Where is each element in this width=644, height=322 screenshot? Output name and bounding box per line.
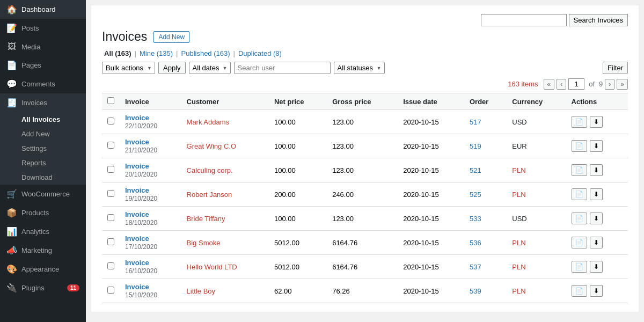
action-view-1[interactable]: 📄 xyxy=(572,140,587,152)
sidebar-item-marketing[interactable]: 📣Marketing xyxy=(0,241,86,260)
customer-link-1[interactable]: Great Wing C.O xyxy=(187,142,236,150)
invoice-link-0[interactable]: Invoice xyxy=(125,114,176,122)
currency-3: PLN xyxy=(507,182,566,207)
invoice-link-5[interactable]: Invoice xyxy=(125,235,176,243)
sidebar-item-dashboard[interactable]: 🏠Dashboard xyxy=(0,0,86,19)
invoice-link-2[interactable]: Invoice xyxy=(125,162,176,170)
sidebar-item-media[interactable]: 🖼Media xyxy=(0,38,86,56)
filter-tab-duplicated[interactable]: Duplicated (8) xyxy=(236,49,284,57)
apply-button[interactable]: Apply xyxy=(158,62,186,74)
row-checkbox-7[interactable] xyxy=(107,287,114,294)
sidebar-item-appearance[interactable]: 🎨Appearance xyxy=(0,260,86,279)
net-price-4: 100.00 xyxy=(269,207,327,231)
col-actions: Actions xyxy=(566,93,628,110)
issue-date-0: 2020-10-15 xyxy=(398,110,464,134)
action-view-7[interactable]: 📄 xyxy=(572,285,587,297)
filter-tab-mine[interactable]: Mine (135) xyxy=(137,49,175,57)
sidebar-item-pages[interactable]: 📄Pages xyxy=(0,56,86,75)
action-download-5[interactable]: ⬇ xyxy=(590,237,603,248)
action-download-4[interactable]: ⬇ xyxy=(590,213,603,224)
sidebar-sub-download[interactable]: Download xyxy=(0,170,86,185)
action-download-2[interactable]: ⬇ xyxy=(590,164,603,176)
action-view-6[interactable]: 📄 xyxy=(572,261,587,273)
table-row: Invoice 17/10/2020 Big Smoke 5012.00 616… xyxy=(102,231,628,255)
row-checkbox-6[interactable] xyxy=(107,262,114,269)
sidebar-sub-reports[interactable]: Reports xyxy=(0,156,86,170)
invoice-link-6[interactable]: Invoice xyxy=(125,259,176,267)
sidebar-item-products[interactable]: 📦Products xyxy=(0,203,86,222)
action-download-1[interactable]: ⬇ xyxy=(590,140,603,152)
invoice-link-1[interactable]: Invoice xyxy=(125,138,176,146)
sidebar-sub-settings[interactable]: Settings xyxy=(0,141,86,156)
filter-tab-published[interactable]: Published (163) xyxy=(179,49,232,57)
action-view-0[interactable]: 📄 xyxy=(572,116,587,128)
sidebar-item-posts[interactable]: 📝Posts xyxy=(0,19,86,38)
table-row: Invoice 21/10/2020 Great Wing C.O 100.00… xyxy=(102,134,628,158)
order-link-2[interactable]: 521 xyxy=(470,166,481,174)
row-checkbox-0[interactable] xyxy=(107,118,114,125)
order-link-4[interactable]: 533 xyxy=(470,215,481,223)
row-checkbox-4[interactable] xyxy=(107,214,114,221)
row-checkbox-1[interactable] xyxy=(107,142,114,149)
net-price-3: 200.00 xyxy=(269,182,327,207)
sidebar-item-woocommerce[interactable]: 🛒WooCommerce xyxy=(0,185,86,203)
row-checkbox-2[interactable] xyxy=(107,166,114,173)
sidebar-item-analytics[interactable]: 📊Analytics xyxy=(0,222,86,241)
dashboard-icon: 🏠 xyxy=(6,4,17,14)
pages-icon: 📄 xyxy=(6,60,17,70)
customer-link-6[interactable]: Hello World LTD xyxy=(187,263,237,271)
search-invoices-button[interactable]: Search Invoices xyxy=(569,14,628,26)
current-page-input[interactable] xyxy=(568,78,584,90)
order-link-3[interactable]: 525 xyxy=(470,191,481,199)
order-link-7[interactable]: 539 xyxy=(470,287,481,295)
search-user-input[interactable] xyxy=(234,62,331,74)
action-view-5[interactable]: 📄 xyxy=(572,237,587,248)
action-view-4[interactable]: 📄 xyxy=(572,213,587,224)
of-pages-label: of xyxy=(587,80,597,88)
invoice-link-4[interactable]: Invoice xyxy=(125,210,176,218)
action-view-2[interactable]: 📄 xyxy=(572,164,587,176)
net-price-2: 100.00 xyxy=(269,158,327,182)
action-download-3[interactable]: ⬇ xyxy=(590,188,603,200)
filter-button[interactable]: Filter xyxy=(603,62,628,74)
sidebar-item-invoices[interactable]: 🧾Invoices xyxy=(0,93,86,112)
customer-link-2[interactable]: Calculing corp. xyxy=(187,166,233,174)
sidebar-sub-add-new[interactable]: Add New xyxy=(0,127,86,141)
search-invoices-input[interactable] xyxy=(481,14,567,26)
row-checkbox-3[interactable] xyxy=(107,190,114,197)
customer-link-5[interactable]: Big Smoke xyxy=(187,239,221,247)
order-link-1[interactable]: 519 xyxy=(470,142,481,150)
all-dates-select[interactable]: All dates xyxy=(189,62,231,74)
invoice-link-7[interactable]: Invoice xyxy=(125,283,176,291)
last-page-button[interactable]: » xyxy=(617,79,628,90)
currency-2: PLN xyxy=(507,158,566,182)
sidebar-item-plugins[interactable]: 🔌Plugins11 xyxy=(0,279,86,297)
order-link-0[interactable]: 517 xyxy=(470,118,481,126)
customer-link-7[interactable]: Little Boy xyxy=(187,287,215,295)
select-all-checkbox[interactable] xyxy=(107,97,114,104)
filter-tab-all[interactable]: All (163) xyxy=(102,49,134,57)
invoice-date-3: 19/10/2020 xyxy=(125,195,157,202)
action-view-3[interactable]: 📄 xyxy=(572,188,587,200)
analytics-icon: 📊 xyxy=(6,226,17,237)
action-download-6[interactable]: ⬇ xyxy=(590,261,603,273)
sidebar-item-comments[interactable]: 💬Comments xyxy=(0,75,86,93)
filter-tabs: All (163) | Mine (135) | Published (163)… xyxy=(102,49,628,57)
action-download-0[interactable]: ⬇ xyxy=(590,116,603,128)
customer-link-3[interactable]: Robert Janson xyxy=(187,191,232,199)
first-page-button[interactable]: « xyxy=(544,79,555,90)
all-statuses-select[interactable]: All statuses xyxy=(334,62,385,74)
row-checkbox-5[interactable] xyxy=(107,238,114,245)
action-download-7[interactable]: ⬇ xyxy=(590,285,603,297)
prev-page-button[interactable]: ‹ xyxy=(557,79,566,90)
customer-link-4[interactable]: Bride Tiffany xyxy=(187,215,225,223)
next-page-button[interactable]: › xyxy=(605,79,614,90)
invoice-link-3[interactable]: Invoice xyxy=(125,186,176,194)
sidebar-sub-all-invoices[interactable]: All Invoices xyxy=(0,112,86,127)
order-link-5[interactable]: 536 xyxy=(470,239,481,247)
order-link-6[interactable]: 537 xyxy=(470,263,481,271)
search-row: Search Invoices xyxy=(102,14,628,26)
bulk-actions-select[interactable]: Bulk actions xyxy=(102,62,155,74)
customer-link-0[interactable]: Mark Addams xyxy=(187,118,229,126)
add-new-button[interactable]: Add New xyxy=(153,31,189,43)
